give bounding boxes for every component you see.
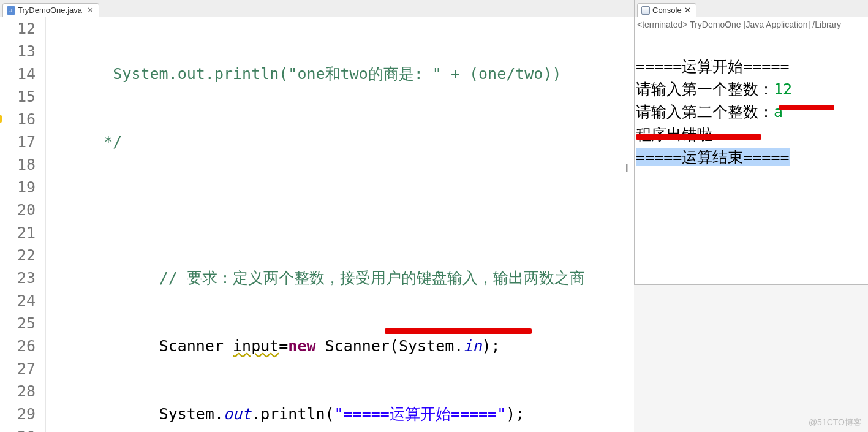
console-tab-label: Console: [652, 6, 682, 15]
line-number: 16: [0, 108, 36, 131]
console-line: =====运算开始=====: [636, 58, 790, 75]
editor-tab-bar: J TryDemoOne.java ✕: [0, 0, 634, 17]
line-number: 15: [0, 85, 36, 108]
line-number: 21: [0, 221, 36, 244]
annotation-red-underline: [636, 134, 761, 140]
line-number: 12: [0, 17, 36, 40]
line-number: 28: [0, 380, 36, 403]
console-user-input: 12: [774, 80, 792, 98]
code-line: System.out.println("=====运算开始=====");: [46, 403, 634, 425]
code-line: System.out.println("one和two的商是: " + (one…: [46, 63, 634, 85]
console-tab[interactable]: Console ✕: [637, 3, 696, 17]
code-content: 12 13 14 15 16 17 18 19 20 21 22 23 24 2…: [0, 17, 634, 432]
line-number: 13: [0, 40, 36, 63]
console-line: 请输入第一个整数：: [636, 80, 774, 98]
console-run-header: <terminated> TryDemoOne [Java Applicatio…: [635, 17, 868, 31]
code-line: // 要求：定义两个整数，接受用户的键盘输入，输出两数之商: [46, 267, 634, 289]
close-icon[interactable]: ✕: [684, 6, 691, 15]
editor-pane: J TryDemoOne.java ✕ 12 13 14 15 16 17 18…: [0, 0, 634, 432]
line-number: 26: [0, 335, 36, 357]
line-number: 23: [0, 267, 36, 289]
text-cursor-icon: I: [625, 157, 629, 180]
line-number: 18: [0, 153, 36, 176]
code-line: */: [46, 131, 634, 153]
editor-tab-filename: TryDemoOne.java: [18, 6, 82, 15]
console-output[interactable]: =====运算开始===== 请输入第一个整数：12 请输入第二个整数：a 程序…: [635, 31, 868, 238]
line-number: 24: [0, 289, 36, 312]
line-number: 27: [0, 357, 36, 380]
close-icon[interactable]: ✕: [87, 6, 94, 15]
annotation-red-underline: [779, 105, 834, 110]
line-number: 17: [0, 131, 36, 153]
console-icon: [641, 6, 650, 15]
line-number: 25: [0, 312, 36, 335]
editor-tab[interactable]: J TryDemoOne.java ✕: [2, 3, 99, 17]
code-text-area[interactable]: System.out.println("one和two的商是: " + (one…: [46, 17, 634, 432]
console-tab-bar: Console ✕: [635, 0, 868, 17]
console-line-highlighted: =====运算结束=====: [636, 148, 790, 166]
console-line: 请输入第二个整数：: [636, 103, 774, 121]
line-number-gutter: 12 13 14 15 16 17 18 19 20 21 22 23 24 2…: [0, 17, 46, 432]
line-number: 19: [0, 176, 36, 199]
line-number: 29: [0, 403, 36, 425]
console-pane: Console ✕ <terminated> TryDemoOne [Java …: [634, 0, 868, 285]
java-file-icon: J: [7, 6, 15, 15]
annotation-red-underline: [385, 328, 532, 334]
watermark: @51CTO博客: [809, 417, 862, 428]
code-line: [46, 199, 634, 221]
line-number: 22: [0, 244, 36, 267]
line-number: 14: [0, 63, 36, 85]
line-number: 20: [0, 199, 36, 221]
code-line: Scanner input=new Scanner(System.in);: [46, 335, 634, 357]
warning-icon: [0, 115, 2, 123]
line-number: 30: [0, 425, 36, 432]
